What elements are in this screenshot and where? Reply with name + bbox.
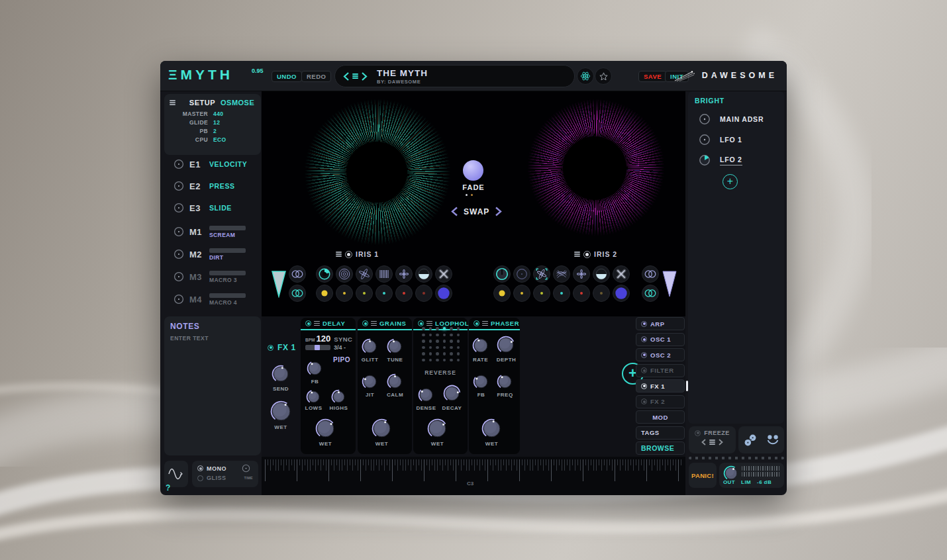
freeze-led-icon[interactable] [695, 430, 701, 436]
dot-yellow-lg-icon[interactable] [493, 285, 511, 302]
phaser-rate-knob[interactable] [472, 337, 489, 354]
pie-icon[interactable] [316, 265, 333, 283]
grains-led-icon[interactable] [362, 320, 368, 326]
swap-control[interactable]: SWAP [451, 207, 502, 216]
osc2-led-icon[interactable] [641, 352, 647, 358]
loophole-wet-knob[interactable] [427, 418, 448, 439]
blur-icon[interactable] [435, 265, 452, 283]
loophole-menu-icon[interactable] [426, 321, 432, 326]
modulator-item-main-adsr[interactable]: MAIN ADSR [695, 113, 777, 125]
save-button[interactable]: SAVE [638, 71, 667, 82]
lim-label[interactable]: LIM [741, 479, 751, 485]
swap-right-icon[interactable] [495, 207, 502, 216]
venn-purple-icon[interactable] [289, 265, 306, 283]
delay-highs-knob[interactable] [331, 389, 346, 404]
expression-value[interactable]: PRESS [209, 182, 235, 190]
stripes-icon[interactable] [375, 265, 393, 283]
add-modulator-button[interactable]: + [723, 174, 738, 189]
filter-led-icon[interactable] [641, 367, 647, 373]
freeze-panel[interactable]: FREEZE [689, 426, 736, 453]
fx-send-knob[interactable] [272, 365, 290, 383]
arp-led-icon[interactable] [641, 321, 647, 327]
main-adsr-knob[interactable] [699, 113, 711, 125]
pinwheel-selected-icon[interactable] [533, 265, 550, 283]
keyboard-strip[interactable]: C3 [262, 457, 685, 495]
mono-radio[interactable] [197, 465, 203, 471]
modulator-item-lfo1[interactable]: LFO 1 [695, 134, 777, 146]
lfo2-knob[interactable] [699, 154, 711, 166]
freeze-next-icon[interactable] [719, 439, 723, 445]
setup-row-value[interactable]: 440 [213, 111, 223, 117]
mutate-icon[interactable] [766, 433, 780, 447]
iris2-morph-triangle-icon[interactable] [662, 270, 677, 298]
fx-wet-knob[interactable] [270, 400, 292, 422]
blur-icon[interactable] [613, 265, 630, 283]
grains-menu-icon[interactable] [371, 321, 377, 326]
circle-faint-icon[interactable] [513, 265, 530, 283]
clock-icon[interactable] [493, 265, 511, 283]
pinwheel-icon[interactable] [356, 265, 373, 283]
disc-blue-icon[interactable] [435, 285, 452, 302]
macro-knob[interactable] [174, 271, 184, 282]
setup-device[interactable]: OSMOSE [221, 99, 254, 107]
expression-knob[interactable] [174, 203, 184, 213]
tab-fx1[interactable]: FX 1 [636, 379, 685, 393]
delay-division[interactable]: 3/4 - [334, 344, 346, 351]
delay-mode[interactable]: PIPO [333, 356, 350, 363]
preset-next-icon[interactable] [362, 72, 368, 81]
db-value[interactable]: -6 dB [757, 479, 772, 485]
expression-knob[interactable] [174, 159, 184, 169]
venn-cyan-icon[interactable] [642, 285, 659, 302]
fade-knob[interactable] [463, 160, 483, 181]
sync-label[interactable]: SYNC [334, 336, 352, 343]
loophole-dense-knob[interactable] [418, 387, 434, 403]
phaser-menu-icon[interactable] [482, 321, 488, 326]
loophole-led-icon[interactable] [418, 320, 424, 326]
redo-button[interactable]: REDO [301, 71, 331, 82]
fx1-tag[interactable]: FX 1 [268, 343, 296, 352]
delay-time-slider[interactable] [305, 345, 330, 350]
dot-olive-icon[interactable] [533, 285, 550, 302]
favorite-button[interactable] [595, 68, 612, 85]
dot-dark-icon[interactable] [593, 285, 610, 302]
delay-lows-knob[interactable] [306, 389, 321, 404]
setup-menu-icon[interactable] [170, 100, 175, 105]
macro-knob[interactable] [174, 249, 184, 259]
macro-slider[interactable] [209, 226, 246, 230]
phaser-fb-knob[interactable] [473, 373, 489, 390]
macro-knob[interactable] [174, 294, 184, 304]
tab-filter[interactable]: FILTER [636, 364, 685, 377]
freeze-menu-icon[interactable] [709, 440, 715, 445]
venn-cyan-icon[interactable] [289, 285, 306, 302]
tab-arp[interactable]: ARP [636, 317, 685, 330]
grains-wet-knob[interactable] [372, 418, 392, 439]
fx1-tab-led-icon[interactable] [641, 383, 647, 389]
notes-input[interactable]: ENTER TEXT [170, 335, 255, 342]
dice-icon[interactable] [743, 433, 758, 447]
macro-slider[interactable] [209, 293, 246, 298]
fade-mode-dots[interactable] [466, 194, 473, 196]
gliss-radio[interactable] [197, 475, 203, 481]
fx2-led-icon[interactable] [641, 398, 647, 404]
iris1-header[interactable]: IRIS 1 [336, 250, 379, 258]
fx1-led-icon[interactable] [268, 345, 274, 351]
osc1-led-icon[interactable] [641, 336, 647, 342]
iris2-header[interactable]: IRIS 2 [574, 250, 617, 258]
iris1-menu-icon[interactable] [336, 252, 342, 257]
phaser-freq-knob[interactable] [497, 373, 513, 390]
iris2-menu-icon[interactable] [574, 252, 580, 257]
tab-tags[interactable]: TAGS [636, 426, 685, 440]
dot-red-icon[interactable] [395, 285, 413, 302]
preset-prev-icon[interactable] [343, 72, 349, 81]
tab-mod[interactable]: MOD [636, 410, 685, 424]
dot-yellow-lg-icon[interactable] [316, 285, 333, 302]
phaser-depth-knob[interactable] [497, 336, 515, 354]
macro-slider[interactable] [209, 271, 246, 275]
expression-value[interactable]: VELOCITY [209, 160, 247, 168]
expression-knob[interactable] [174, 181, 184, 191]
dot-cyan-icon[interactable] [375, 285, 393, 302]
rings-icon[interactable] [336, 265, 353, 283]
expression-value[interactable]: SLIDE [209, 204, 232, 212]
bpm-value[interactable]: 120 [316, 334, 330, 344]
preset-browser-bar[interactable]: THE MYTH BY: DAWESOME [334, 65, 575, 87]
